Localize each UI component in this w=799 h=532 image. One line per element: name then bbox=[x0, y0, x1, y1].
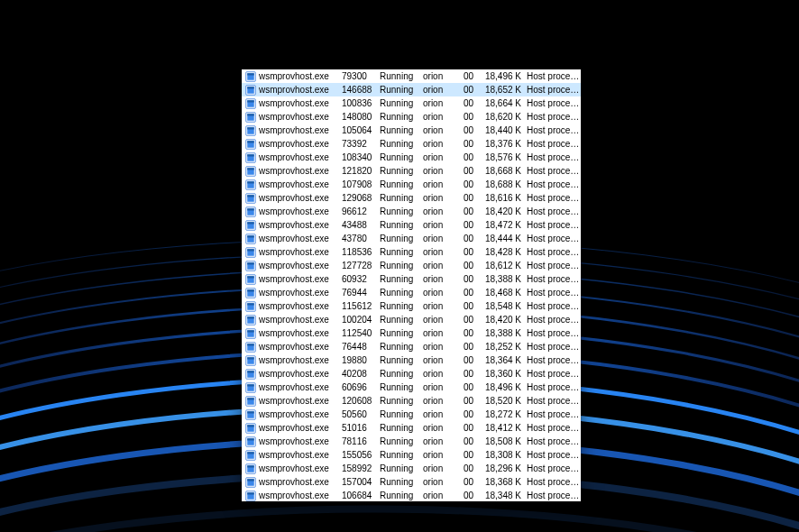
pid-cell: 115612 bbox=[342, 299, 380, 313]
description-cell: Host process for WinRM... bbox=[527, 96, 581, 110]
status-cell: Running bbox=[380, 232, 423, 245]
session-cell: 00 bbox=[464, 164, 483, 178]
process-name-cell: wsmprovhost.exe bbox=[259, 164, 342, 178]
app-icon bbox=[245, 342, 256, 353]
process-row[interactable]: wsmprovhost.exe73392Runningorion0018,376… bbox=[242, 137, 581, 151]
user-cell: orion bbox=[423, 205, 464, 218]
process-row[interactable]: wsmprovhost.exe100836Runningorion0018,66… bbox=[242, 96, 581, 110]
process-row[interactable]: wsmprovhost.exe60932Runningorion0018,388… bbox=[242, 272, 581, 286]
task-manager-process-list[interactable]: wsmprovhost.exe79300Runningorion0018,496… bbox=[242, 69, 581, 501]
status-cell: Running bbox=[380, 421, 423, 435]
process-row[interactable]: wsmprovhost.exe51016Runningorion0018,412… bbox=[242, 421, 581, 435]
app-icon bbox=[245, 491, 256, 501]
process-row[interactable]: wsmprovhost.exe155056Runningorion0018,30… bbox=[242, 448, 581, 462]
svg-rect-8 bbox=[247, 100, 254, 102]
process-row[interactable]: wsmprovhost.exe121820Runningorion0018,66… bbox=[242, 164, 581, 178]
process-row[interactable]: wsmprovhost.exe146688Runningorion0018,65… bbox=[242, 83, 581, 96]
user-cell: orion bbox=[423, 124, 464, 137]
process-row[interactable]: wsmprovhost.exe157004Runningorion0018,36… bbox=[242, 475, 581, 489]
svg-rect-71 bbox=[247, 384, 254, 386]
svg-rect-44 bbox=[247, 262, 254, 264]
status-cell: Running bbox=[380, 299, 423, 313]
process-row[interactable]: wsmprovhost.exe107908Runningorion0018,68… bbox=[242, 178, 581, 191]
process-name-cell: wsmprovhost.exe bbox=[259, 408, 342, 421]
process-name-cell: wsmprovhost.exe bbox=[259, 462, 342, 475]
description-cell: Host process for WinRM... bbox=[527, 83, 581, 96]
process-row[interactable]: wsmprovhost.exe127728Runningorion0018,61… bbox=[242, 259, 581, 272]
session-cell: 00 bbox=[464, 353, 483, 367]
status-cell: Running bbox=[380, 110, 423, 124]
pid-cell: 73392 bbox=[342, 137, 380, 151]
description-cell: Host process for WinRM... bbox=[527, 124, 581, 137]
session-cell: 00 bbox=[464, 489, 483, 501]
session-cell: 00 bbox=[464, 435, 483, 448]
status-cell: Running bbox=[380, 394, 423, 408]
process-row[interactable]: wsmprovhost.exe112540Runningorion0018,38… bbox=[242, 326, 581, 340]
memory-cell: 18,652 K bbox=[483, 83, 527, 96]
svg-rect-86 bbox=[247, 452, 254, 454]
memory-cell: 18,388 K bbox=[483, 272, 527, 286]
session-cell: 00 bbox=[464, 272, 483, 286]
description-cell: Host process for WinRM... bbox=[527, 475, 581, 489]
description-cell: Host process for WinRM... bbox=[527, 367, 581, 381]
process-row[interactable]: wsmprovhost.exe76944Runningorion0018,468… bbox=[242, 286, 581, 299]
process-row[interactable]: wsmprovhost.exe148080Runningorion0018,62… bbox=[242, 110, 581, 124]
app-icon bbox=[245, 463, 256, 474]
description-cell: Host process for WinRM... bbox=[527, 313, 581, 326]
svg-rect-80 bbox=[247, 425, 254, 427]
pid-cell: 108340 bbox=[342, 151, 380, 164]
process-row[interactable]: wsmprovhost.exe43780Runningorion0018,444… bbox=[242, 232, 581, 245]
process-row[interactable]: wsmprovhost.exe120608Runningorion0018,52… bbox=[242, 394, 581, 408]
app-icon bbox=[245, 436, 256, 447]
process-row[interactable]: wsmprovhost.exe78116Runningorion0018,508… bbox=[242, 435, 581, 448]
status-cell: Running bbox=[380, 286, 423, 299]
status-cell: Running bbox=[380, 367, 423, 381]
status-cell: Running bbox=[380, 164, 423, 178]
process-row[interactable]: wsmprovhost.exe100204Runningorion0018,42… bbox=[242, 313, 581, 326]
process-row[interactable]: wsmprovhost.exe76448Runningorion0018,252… bbox=[242, 340, 581, 353]
status-cell: Running bbox=[380, 151, 423, 164]
process-row[interactable]: wsmprovhost.exe43488Runningorion0018,472… bbox=[242, 218, 581, 232]
memory-cell: 18,420 K bbox=[483, 205, 527, 218]
process-row[interactable]: wsmprovhost.exe158992Runningorion0018,29… bbox=[242, 462, 581, 475]
session-cell: 00 bbox=[464, 326, 483, 340]
memory-cell: 18,444 K bbox=[483, 232, 527, 245]
process-row[interactable]: wsmprovhost.exe106684Runningorion0018,34… bbox=[242, 489, 581, 501]
process-row[interactable]: wsmprovhost.exe118536Runningorion0018,42… bbox=[242, 245, 581, 259]
app-icon bbox=[245, 355, 256, 366]
pid-cell: 76448 bbox=[342, 340, 380, 353]
process-row[interactable]: wsmprovhost.exe96612Runningorion0018,420… bbox=[242, 205, 581, 218]
user-cell: orion bbox=[423, 367, 464, 381]
user-cell: orion bbox=[423, 394, 464, 408]
description-cell: Host process for WinRM... bbox=[527, 286, 581, 299]
status-cell: Running bbox=[380, 83, 423, 96]
description-cell: Host process for WinRM... bbox=[527, 448, 581, 462]
process-row[interactable]: wsmprovhost.exe129068Runningorion0018,61… bbox=[242, 191, 581, 205]
svg-rect-23 bbox=[247, 168, 254, 170]
process-row[interactable]: wsmprovhost.exe60696Runningorion0018,496… bbox=[242, 381, 581, 394]
status-cell: Running bbox=[380, 313, 423, 326]
pid-cell: 155056 bbox=[342, 448, 380, 462]
process-row[interactable]: wsmprovhost.exe108340Runningorion0018,57… bbox=[242, 151, 581, 164]
app-icon bbox=[245, 423, 256, 434]
memory-cell: 18,308 K bbox=[483, 448, 527, 462]
process-row[interactable]: wsmprovhost.exe115612Runningorion0018,54… bbox=[242, 299, 581, 313]
process-name-cell: wsmprovhost.exe bbox=[259, 326, 342, 340]
description-cell: Host process for WinRM... bbox=[527, 205, 581, 218]
process-row[interactable]: wsmprovhost.exe50560Runningorion0018,272… bbox=[242, 408, 581, 421]
session-cell: 00 bbox=[464, 83, 483, 96]
session-cell: 00 bbox=[464, 205, 483, 218]
session-cell: 00 bbox=[464, 408, 483, 421]
app-icon bbox=[245, 179, 256, 190]
pid-cell: 112540 bbox=[342, 326, 380, 340]
process-name-cell: wsmprovhost.exe bbox=[259, 394, 342, 408]
process-row[interactable]: wsmprovhost.exe40208Runningorion0018,360… bbox=[242, 367, 581, 381]
status-cell: Running bbox=[380, 381, 423, 394]
process-row[interactable]: wsmprovhost.exe79300Runningorion0018,496… bbox=[242, 69, 581, 83]
pid-cell: 107908 bbox=[342, 178, 380, 191]
pid-cell: 51016 bbox=[342, 421, 380, 435]
app-icon bbox=[245, 328, 256, 339]
pid-cell: 96612 bbox=[342, 205, 380, 218]
process-row[interactable]: wsmprovhost.exe19880Runningorion0018,364… bbox=[242, 353, 581, 367]
process-row[interactable]: wsmprovhost.exe105064Runningorion0018,44… bbox=[242, 124, 581, 137]
